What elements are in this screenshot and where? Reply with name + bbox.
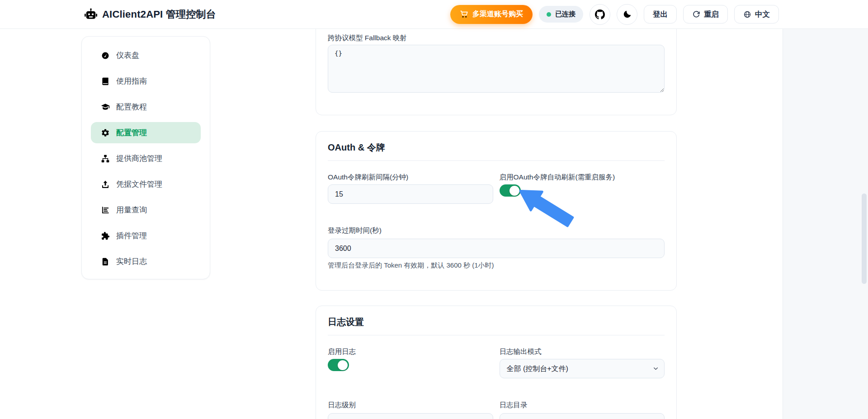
moon-icon (623, 9, 632, 19)
app-root: 跨协议模型 Fallback 映射 {} OAuth & 令牌 OAuth令牌刷… (0, 0, 868, 419)
upload-icon (101, 180, 110, 189)
oauth-token-card: OAuth & 令牌 OAuth令牌刷新间隔(分钟) 启用OAuth令牌自动刷新… (316, 131, 677, 291)
sidebar-item-label: 用量查询 (116, 205, 147, 215)
chart-bar-icon (101, 206, 110, 215)
robot-icon (84, 8, 98, 21)
file-icon (101, 257, 110, 266)
github-icon (595, 9, 605, 19)
scrollbar-thumb[interactable] (862, 193, 867, 284)
login-expire-help: 管理后台登录后的 Token 有效期，默认 3600 秒 (1小时) (328, 261, 665, 269)
gauge-icon (101, 51, 110, 60)
oauth-refresh-interval-input[interactable] (328, 184, 493, 204)
buy-accounts-button[interactable]: 多渠道账号购买 (450, 5, 533, 24)
sitemap-icon (101, 154, 110, 163)
sidebar-item-label: 插件管理 (116, 231, 147, 241)
log-level-label: 日志级别 (328, 400, 493, 409)
sidebar-item-label: 凭据文件管理 (116, 179, 162, 189)
sidebar-item-label: 实时日志 (116, 256, 147, 267)
restart-button[interactable]: 重启 (683, 5, 728, 24)
connection-status-badge: 已连接 (539, 6, 583, 23)
log-directory-input[interactable] (500, 413, 665, 419)
gear-icon (101, 128, 110, 137)
header-actions: 多渠道账号购买 已连接 登出 重启 中文 (450, 0, 779, 28)
sidebar-nav: 仪表盘 使用指南 配置教程 配置管理 提供商池管理 凭据文件管理 用量查询 插件… (81, 36, 210, 279)
oauth-auto-refresh-label: 启用OAuth令牌自动刷新(需重启服务) (500, 173, 665, 181)
brand: AIClient2API 管理控制台 (84, 0, 216, 28)
sidebar-item-label: 提供商池管理 (116, 153, 162, 164)
app-title: AIClient2API 管理控制台 (102, 8, 216, 21)
log-output-mode-select[interactable]: 全部 (控制台+文件) (500, 359, 665, 378)
graduation-cap-icon (101, 103, 110, 112)
sidebar-item-file[interactable]: 实时日志 (91, 251, 201, 272)
oauth-refresh-interval-label: OAuth令牌刷新间隔(分钟) (328, 173, 493, 181)
sidebar-item-upload[interactable]: 凭据文件管理 (91, 174, 201, 195)
toggle-knob (338, 360, 348, 370)
enable-log-label: 启用日志 (328, 347, 493, 356)
log-output-mode-label: 日志输出模式 (500, 347, 665, 356)
sidebar-item-grad[interactable]: 配置教程 (91, 96, 201, 118)
sidebar-item-book[interactable]: 使用指南 (91, 71, 201, 92)
sidebar-item-gauge[interactable]: 仪表盘 (91, 45, 201, 66)
divider (328, 160, 665, 161)
log-level-input[interactable] (328, 413, 493, 419)
sidebar-item-chart[interactable]: 用量查询 (91, 199, 201, 221)
right-gutter (783, 28, 868, 419)
globe-icon (743, 10, 751, 19)
puzzle-icon (101, 231, 110, 240)
cart-icon (460, 10, 468, 19)
language-button[interactable]: 中文 (734, 5, 779, 24)
github-button[interactable] (590, 4, 610, 25)
sidebar-item-sitemap[interactable]: 提供商池管理 (91, 148, 201, 169)
book-icon (101, 77, 110, 86)
fallback-mapping-textarea[interactable]: {} (328, 45, 665, 93)
log-section-title: 日志设置 (328, 316, 665, 328)
sidebar-item-puzzle[interactable]: 插件管理 (91, 225, 201, 246)
sidebar-item-label: 使用指南 (116, 76, 147, 86)
enable-log-toggle[interactable] (328, 359, 349, 371)
log-directory-label: 日志目录 (500, 400, 665, 409)
login-expire-input[interactable] (328, 239, 665, 258)
sidebar-item-label: 配置管理 (116, 127, 147, 138)
log-settings-card: 日志设置 启用日志 日志输出模式 全部 (控制台+文件) (316, 306, 677, 419)
sidebar-item-gear[interactable]: 配置管理 (91, 122, 201, 143)
divider (328, 335, 665, 335)
login-expire-label: 登录过期时间(秒) (328, 226, 665, 235)
oauth-section-title: OAuth & 令牌 (328, 141, 665, 154)
theme-toggle-button[interactable] (617, 4, 637, 25)
top-bar: AIClient2API 管理控制台 多渠道账号购买 已连接 登出 重启 (0, 0, 868, 29)
refresh-icon (692, 10, 700, 19)
sidebar-item-label: 配置教程 (116, 102, 147, 112)
arrow-annotation-icon (515, 185, 576, 231)
logout-button[interactable]: 登出 (644, 5, 677, 24)
sidebar-item-label: 仪表盘 (116, 50, 139, 61)
fallback-mapping-label: 跨协议模型 Fallback 映射 (328, 33, 665, 42)
connected-dot-icon (547, 12, 551, 17)
